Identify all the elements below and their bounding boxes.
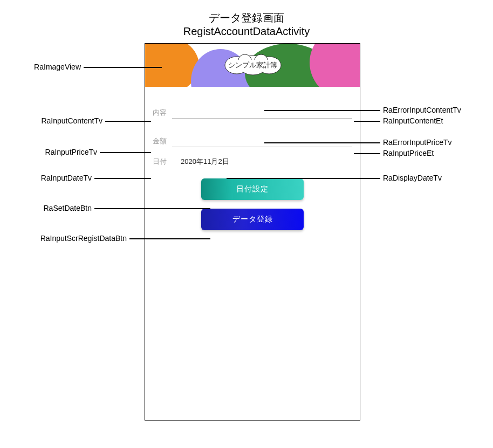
ann-set-date-btn: RaSetDateBtn [11,204,92,212]
header-image: シンプル家計簿 [145,44,360,87]
ann-line [354,153,380,154]
price-error [153,126,352,136]
ann-line [100,152,151,153]
ann-line [84,67,162,68]
header-logo-text: シンプル家計簿 [223,58,283,72]
ann-line [264,142,380,143]
ann-line [129,238,210,239]
ann-line [227,178,380,179]
ann-content-tv: RaInputContentTv [11,116,102,125]
ann-regist-btn: RaInputScrRegistDataBtn [11,234,127,243]
ann-err-content-tv: RaErrorInputContentTv [383,106,461,114]
ann-price-et: RaInputPriceEt [383,149,434,157]
content-input[interactable] [172,107,352,119]
svg-point-3 [310,44,360,87]
price-label: 金額 [153,136,172,147]
content-label: 内容 [153,108,172,119]
date-display: 2020年11月2日 [181,157,229,167]
ann-date-tv: RaInputDateTv [11,174,92,182]
ann-line [94,178,151,179]
ann-line [354,121,380,122]
page-title-en: RegistAccountDataActivity [11,25,482,38]
ann-image-view: RaImageView [11,63,81,71]
svg-point-0 [145,44,199,87]
ann-line [94,208,210,209]
ann-price-tv: RaInputPriceTv [11,148,97,156]
ann-line [105,121,151,122]
ann-err-price-tv: RaErrorInputPriceTv [383,138,452,147]
ann-content-et: RaInputContentEt [383,116,443,125]
set-date-button[interactable]: 日付設定 [201,178,304,200]
regist-data-button[interactable]: データ登録 [201,209,304,230]
ann-line [264,110,380,111]
phone-frame: シンプル家計簿 内容 金額 日付 2020年11月2日 日付設定 データ登録 [145,43,360,421]
ann-display-date-tv: RaDisplayDateTv [383,174,442,182]
content-error [153,98,352,107]
date-label: 日付 [153,157,172,167]
page-title-jp: データ登録画面 [11,11,482,25]
price-input[interactable] [172,136,352,147]
